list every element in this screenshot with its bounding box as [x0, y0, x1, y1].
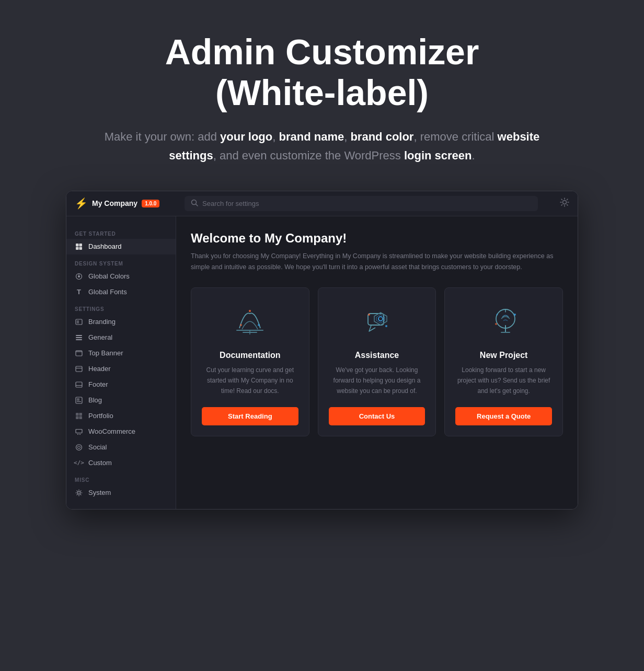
sidebar-item-custom-label: Custom	[88, 459, 112, 467]
svg-point-49	[385, 325, 387, 327]
sidebar-section-misc: MISC	[66, 473, 176, 485]
sidebar-item-footer[interactable]: Footer	[66, 377, 176, 392]
svg-rect-30	[77, 398, 79, 401]
svg-rect-13	[76, 247, 79, 250]
card-assistance-title: Assistance	[355, 351, 399, 360]
sidebar-item-dashboard[interactable]: Dashboard	[66, 239, 176, 254]
sidebar-item-woocommerce[interactable]: WooCommerce	[66, 424, 176, 439]
logo-area: ⚡ My Company 1.0.0	[75, 197, 185, 210]
svg-rect-21	[76, 337, 82, 338]
svg-rect-20	[76, 335, 82, 336]
svg-point-36	[77, 434, 78, 435]
sidebar-item-general-label: General	[88, 333, 112, 341]
version-badge: 1.0.0	[142, 200, 159, 207]
svg-line-9	[567, 199, 568, 200]
assistance-icon-area	[356, 300, 398, 342]
contact-us-button[interactable]: Contact Us	[329, 407, 426, 425]
new-project-icon-area	[483, 300, 525, 342]
page-subtitle: Make it your own: add your logo, brand n…	[87, 128, 557, 164]
system-icon	[75, 489, 83, 497]
global-colors-icon	[75, 272, 83, 281]
search-icon	[191, 199, 198, 208]
sidebar-section-design: DESIGN SYSTEM	[66, 257, 176, 269]
sidebar-item-social[interactable]: Social	[66, 439, 176, 455]
theme-toggle-icon[interactable]	[560, 198, 569, 210]
sidebar-section-settings: SETTINGS	[66, 302, 176, 314]
sidebar-item-social-label: Social	[88, 443, 107, 451]
svg-rect-35	[79, 416, 83, 419]
start-reading-button[interactable]: Start Reading	[202, 407, 298, 425]
sidebar-item-woocommerce-label: WooCommerce	[88, 427, 135, 435]
sidebar-item-top-banner[interactable]: Top Banner	[66, 345, 176, 361]
svg-point-43	[258, 324, 260, 326]
logo-text: My Company	[92, 199, 137, 207]
branding-icon	[75, 318, 83, 326]
svg-point-54	[514, 314, 516, 316]
svg-rect-33	[79, 413, 83, 416]
welcome-title: Welcome to My Company!	[191, 231, 563, 246]
svg-point-38	[76, 444, 82, 450]
blog-icon	[75, 396, 83, 404]
sidebar-item-portfolio-label: Portfolio	[88, 412, 113, 420]
svg-point-2	[563, 200, 567, 204]
request-quote-button[interactable]: Request a Quote	[455, 407, 552, 425]
sidebar-item-custom[interactable]: </> Custom	[66, 455, 176, 471]
svg-rect-25	[76, 366, 82, 372]
svg-point-16	[78, 275, 80, 277]
svg-point-55	[495, 323, 497, 325]
svg-point-42	[240, 324, 242, 326]
search-placeholder: Search for settings	[202, 200, 259, 207]
content-area: Welcome to My Company! Thank you for cho…	[176, 216, 578, 509]
svg-rect-22	[76, 339, 82, 340]
card-documentation-title: Documentation	[220, 351, 280, 360]
sidebar-item-system-label: System	[88, 489, 111, 496]
sidebar-item-footer-label: Footer	[88, 380, 108, 388]
footer-icon	[75, 380, 83, 389]
svg-line-7	[561, 199, 562, 200]
sidebar-item-portfolio[interactable]: Portfolio	[66, 408, 176, 424]
sidebar-item-global-colors-label: Global Colors	[88, 272, 130, 280]
sidebar-item-global-fonts-label: Global Fonts	[88, 288, 127, 296]
card-assistance-desc: We've got your back. Looking forward to …	[329, 365, 426, 396]
svg-point-40	[78, 491, 80, 494]
card-new-project-desc: Looking forward to start a new project w…	[455, 365, 552, 396]
sidebar-item-header[interactable]: Header	[66, 361, 176, 377]
card-documentation-desc: Cut your learning curve and get started …	[202, 365, 298, 396]
portfolio-icon	[75, 412, 83, 420]
svg-point-48	[368, 314, 370, 316]
top-bar-right	[538, 198, 569, 210]
svg-rect-34	[76, 416, 79, 419]
sidebar-section-get-started: GET STARTED	[66, 227, 176, 239]
card-new-project: New Project Looking forward to start a n…	[444, 287, 563, 436]
sidebar-item-branding[interactable]: Branding	[66, 314, 176, 330]
svg-line-1	[196, 204, 198, 206]
sidebar-item-blog-label: Blog	[88, 396, 102, 404]
svg-rect-14	[79, 247, 83, 250]
sidebar-item-global-colors[interactable]: Global Colors	[66, 269, 176, 284]
svg-line-8	[567, 204, 568, 205]
social-icon	[75, 443, 83, 452]
sidebar-item-blog[interactable]: Blog	[66, 392, 176, 408]
custom-icon: </>	[75, 459, 83, 467]
svg-rect-27	[76, 382, 82, 387]
svg-rect-24	[76, 351, 82, 352]
sidebar-item-general[interactable]: General	[66, 330, 176, 345]
sidebar-item-system[interactable]: System	[66, 485, 176, 501]
svg-point-39	[78, 446, 80, 448]
svg-rect-12	[79, 244, 83, 247]
search-bar[interactable]: Search for settings	[185, 196, 538, 211]
app-window: ⚡ My Company 1.0.0 Search for settings	[66, 191, 578, 510]
svg-point-37	[79, 434, 80, 435]
sidebar: GET STARTED Dashboard DESIGN SYSTEM	[66, 216, 176, 509]
svg-point-47	[378, 317, 383, 321]
sidebar-item-global-fonts[interactable]: T Global Fonts	[66, 284, 176, 300]
card-new-project-title: New Project	[480, 351, 528, 360]
cards-grid: Documentation Cut your learning curve an…	[191, 287, 563, 436]
page-header: Admin Customizer(White-label) Make it yo…	[87, 31, 557, 165]
general-icon	[75, 333, 83, 342]
logo-icon: ⚡	[75, 197, 88, 210]
svg-line-10	[561, 204, 562, 205]
svg-rect-32	[76, 413, 79, 416]
svg-point-41	[249, 310, 251, 312]
top-bar: ⚡ My Company 1.0.0 Search for settings	[66, 191, 578, 216]
